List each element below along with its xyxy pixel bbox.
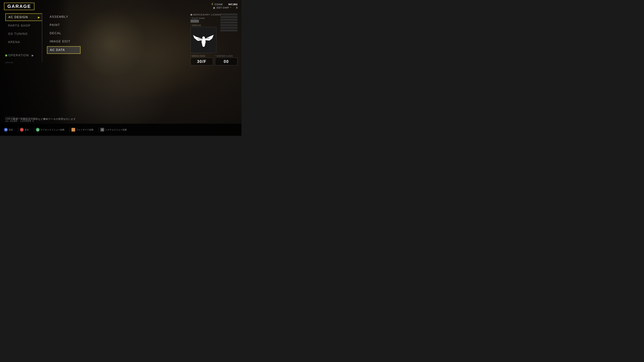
hint-photo-text: フォトモード起動 — [76, 128, 94, 131]
coam-label: COAM — [214, 3, 223, 6]
cam-label: CAM_02 — [5, 117, 14, 119]
submenu-paint-label: PAINT — [50, 23, 60, 27]
emblem-svg — [193, 29, 214, 51]
hint-confirm-text: 決定 — [9, 128, 13, 131]
hint-license-text: ライセンスメニュー起動 — [40, 128, 64, 131]
nav-item-os-tuning[interactable]: OS TUNING — [5, 30, 42, 37]
svg-rect-10 — [198, 39, 202, 39]
hint-back-text: 戻る — [25, 128, 29, 131]
operation-dot-icon — [5, 55, 7, 56]
x-button-icon: ✕ — [4, 128, 8, 132]
nav-item-arena[interactable]: ARENA — [5, 39, 42, 45]
ost-chip-icon: ▣ — [213, 6, 215, 9]
pilot-name-value — [190, 19, 199, 23]
arena-rank-value: 30/F — [190, 58, 213, 65]
operation-item[interactable]: OPERATION ▶ — [5, 54, 34, 57]
submenu: ASSEMBLY PAINT DECAL IMAGE EDIT AC DATA — [47, 13, 80, 54]
nav-arrow-ac-design: ▶ — [38, 15, 40, 19]
hint-photo: □ フォトモード起動 — [72, 128, 94, 132]
square-button-icon: □ — [72, 128, 75, 132]
left-nav: AC DESIGN ▶ PARTS SHOP OS TUNING ARENA — [5, 13, 42, 45]
coam-value: 947,902 — [224, 3, 238, 6]
ost-label: OST CHIP — [216, 6, 229, 9]
arena-rank-box: * ARENA RANK 30/F — [190, 55, 213, 65]
hunter-class-box: * HUNTER CLASS 00 — [215, 55, 238, 65]
ost-line: ▣ OST CHIP * 0 — [212, 6, 238, 9]
submenu-image-edit-label: IMAGE EDIT — [50, 40, 70, 43]
operation-arrow-icon: ▶ — [32, 54, 34, 57]
emblem-display — [190, 27, 216, 53]
submenu-assembly-label: ASSEMBLY — [50, 15, 68, 18]
rank-section: * ARENA RANK 30/F * HUNTER CLASS 00 — [190, 55, 238, 65]
cam-info: CAM_02 MONITORING GARAGE AC NAME : LOADE… — [5, 117, 36, 122]
garage-title: GARAGE — [4, 3, 34, 10]
ac-name-display: AC NAME : LOADER 4 — [5, 120, 36, 122]
license-panel: MERCENARY LICENSE * PILOT NAME * EMBLEM — [190, 13, 238, 65]
submenu-item-paint[interactable]: PAINT — [47, 22, 80, 28]
arena-rank-label: * ARENA RANK — [190, 55, 213, 57]
nav-item-os-tuning-label: OS TUNING — [8, 32, 28, 35]
submenu-item-image-edit[interactable]: IMAGE EDIT — [47, 38, 80, 45]
coam-icon: € — [212, 3, 213, 6]
bottom-bar: ✕ 決定 ○ 戻る △ ライセンスメニュー起動 □ フォトモード起動 ≡ システ… — [0, 124, 242, 136]
env-label: ENVI:AS — [5, 62, 13, 63]
top-right-info: € COAM 947,902 ▣ OST CHIP * 0 — [212, 3, 238, 9]
submenu-item-assembly[interactable]: ASSEMBLY — [47, 13, 80, 20]
nav-item-parts-shop-label: PARTS SHOP — [8, 24, 30, 27]
hint-sep-2 — [34, 127, 34, 132]
nav-item-ac-design-label: AC DESIGN — [8, 15, 28, 19]
coam-line: € COAM 947,902 — [212, 3, 238, 6]
svg-rect-12 — [205, 39, 210, 39]
operation-label: OPERATION — [8, 54, 29, 57]
nav-item-ac-design[interactable]: AC DESIGN ▶ — [5, 13, 42, 21]
left-border-line — [42, 13, 42, 62]
emblem-side-info — [219, 13, 238, 39]
license-title: MERCENARY LICENSE — [193, 13, 223, 16]
hint-sep-1 — [18, 127, 18, 132]
cam-sub-label: MONITORING GARAGE — [15, 117, 36, 119]
submenu-item-decal[interactable]: DECAL — [47, 30, 80, 37]
emblem-field: * EMBLEM — [190, 24, 238, 53]
hint-sep-4 — [98, 127, 99, 132]
o-button-icon: ○ — [20, 128, 24, 132]
triangle-button-icon: △ — [36, 128, 40, 132]
nav-item-parts-shop[interactable]: PARTS SHOP — [5, 22, 42, 29]
svg-rect-11 — [205, 38, 210, 38]
hint-back: ○ 戻る — [20, 128, 29, 132]
hint-system: ≡ システムメニュー起動 — [100, 128, 127, 132]
ui-layer: GARAGE € COAM 947,902 ▣ OST CHIP * 0 MER… — [0, 0, 242, 136]
system-button-icon: ≡ — [100, 128, 104, 132]
ost-star: * — [230, 6, 231, 9]
hint-license: △ ライセンスメニュー起動 — [36, 128, 64, 132]
ost-value: 0 — [232, 6, 238, 9]
submenu-decal-label: DECAL — [50, 31, 62, 35]
submenu-item-ac-data[interactable]: AC DATA — [47, 46, 80, 54]
hunter-class-label: * HUNTER CLASS — [215, 55, 238, 57]
submenu-ac-data-label: AC DATA — [50, 48, 65, 52]
hint-sep-3 — [70, 127, 70, 132]
license-square-icon — [190, 14, 192, 15]
hint-system-text: システムメニュー起動 — [105, 128, 127, 131]
header: GARAGE — [4, 3, 34, 10]
nav-item-arena-label: ARENA — [8, 40, 20, 44]
hunter-class-value: 00 — [215, 58, 238, 65]
svg-rect-9 — [198, 38, 203, 39]
hint-confirm: ✕ 決定 — [4, 128, 13, 132]
